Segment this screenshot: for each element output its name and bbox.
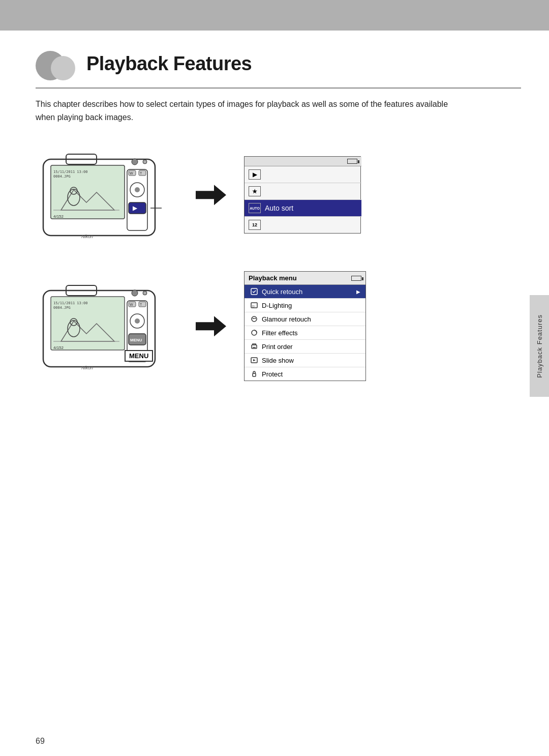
camera-illustration-1: 15/11/2011 13:00 0004.JPG 15/11/2011 13:…	[36, 144, 178, 246]
menu-button-label: MENU	[125, 350, 153, 362]
svg-text:Nikon: Nikon	[81, 365, 93, 370]
svg-point-38	[135, 318, 140, 324]
diagram-row-2: 15/11/2011 13:00 0004.JPG 4/152	[36, 271, 521, 381]
glamour-icon	[250, 315, 259, 323]
playback-icon-box: ▶	[249, 169, 261, 180]
svg-rect-59	[253, 373, 256, 376]
playback-menu-header: Playback menu	[245, 272, 365, 285]
svg-text:0004.JPG: 0004.JPG	[53, 306, 71, 310]
svg-point-51	[252, 316, 257, 322]
diagram-arrow-2	[193, 313, 229, 339]
svg-point-24	[143, 160, 147, 164]
svg-text:W: W	[130, 171, 133, 175]
autosort-menu: ▶ ★ AUTO Auto sort 12	[244, 156, 361, 234]
item12-icon-box: 12	[249, 220, 261, 230]
svg-text:Nikon: Nikon	[81, 234, 93, 239]
protect-icon	[250, 370, 259, 378]
quick-retouch-icon	[250, 287, 259, 296]
playback-menu-title: Playback menu	[249, 274, 297, 282]
svg-text:4/152: 4/152	[53, 345, 64, 350]
filter-icon	[250, 329, 259, 337]
svg-rect-16	[129, 202, 146, 214]
quick-retouch-arrow: ▶	[356, 289, 360, 295]
menu-item-slideshow: Slide show	[245, 354, 365, 367]
svg-point-53	[255, 318, 256, 319]
autosort-item-12: 12	[245, 217, 361, 233]
protect-label: Protect	[262, 370, 283, 378]
playback-menu: Playback menu Quick retouch ▶ D↑ D-L	[244, 271, 366, 381]
menu-item-print: Print order	[245, 340, 365, 354]
svg-text:MENU: MENU	[130, 338, 142, 342]
svg-point-15	[135, 187, 140, 192]
svg-rect-13	[127, 169, 147, 230]
menu-item-quick-retouch: Quick retouch ▶	[245, 285, 365, 299]
top-bar	[0, 0, 549, 31]
autosort-topbar	[245, 157, 361, 166]
menu-item-protect: Protect	[245, 367, 365, 381]
print-icon	[250, 342, 259, 351]
diagram-row-1: 15/11/2011 13:00 0004.JPG 15/11/2011 13:…	[36, 144, 521, 246]
battery-icon-2	[351, 276, 361, 281]
menu-item-d-lighting: D↑ D-Lighting	[245, 299, 365, 312]
svg-rect-55	[252, 345, 257, 348]
svg-text:15/11/2011 13:00: 15/11/2011 13:00	[53, 301, 87, 305]
autosort-icon-box: AUTO	[249, 203, 261, 213]
svg-rect-56	[253, 347, 256, 348]
chapter-header: Playback Features	[36, 46, 521, 89]
svg-text:4/152: 4/152	[53, 214, 64, 219]
d-lighting-icon: D↑	[250, 301, 259, 309]
chapter-icon	[36, 46, 81, 81]
svg-point-23	[132, 159, 138, 165]
svg-text:T: T	[140, 303, 142, 306]
chapter-title: Playback Features	[86, 53, 252, 75]
chapter-description: This chapter describes how to select cer…	[36, 98, 452, 124]
d-lighting-label: D-Lighting	[262, 302, 292, 309]
menu-item-glamour: Glamour retouch	[245, 312, 365, 326]
diagram-arrow-1	[193, 182, 229, 208]
svg-text:▶: ▶	[133, 205, 138, 212]
filter-label: Filter effects	[262, 329, 298, 337]
menu-item-filter: Filter effects	[245, 326, 365, 340]
slideshow-icon	[250, 356, 259, 364]
svg-text:T: T	[140, 171, 142, 175]
quick-retouch-label: Quick retouch	[262, 288, 302, 296]
glamour-label: Glamour retouch	[262, 315, 311, 323]
diagrams-section: 15/11/2011 13:00 0004.JPG 15/11/2011 13:…	[36, 144, 521, 381]
sidebar-label: Playback Features	[536, 314, 543, 378]
svg-marker-58	[253, 359, 256, 361]
autosort-item-playback: ▶	[245, 166, 361, 183]
svg-text:15/11/2011 13:00: 15/11/2011 13:00	[53, 170, 87, 174]
autosort-item-favorites: ★	[245, 183, 361, 200]
svg-text:D↑: D↑	[252, 305, 256, 308]
slideshow-label: Slide show	[262, 357, 294, 364]
print-label: Print order	[262, 343, 293, 351]
autosort-label: Auto sort	[265, 204, 293, 212]
battery-icon-1	[347, 159, 357, 164]
main-content: Playback Features This chapter describes…	[36, 31, 521, 412]
svg-point-46	[132, 290, 138, 296]
camera-illustration-2: 15/11/2011 13:00 0004.JPG 4/152	[36, 275, 178, 377]
svg-text:0004.JPG: 0004.JPG	[53, 175, 71, 179]
svg-text:W: W	[130, 303, 133, 306]
svg-point-52	[253, 318, 254, 319]
page-number: 69	[36, 737, 45, 746]
autosort-item-autosort: AUTO Auto sort	[245, 200, 361, 217]
svg-point-47	[143, 291, 147, 295]
favorites-icon-box: ★	[249, 186, 261, 196]
sidebar-tab: Playback Features	[530, 295, 549, 397]
